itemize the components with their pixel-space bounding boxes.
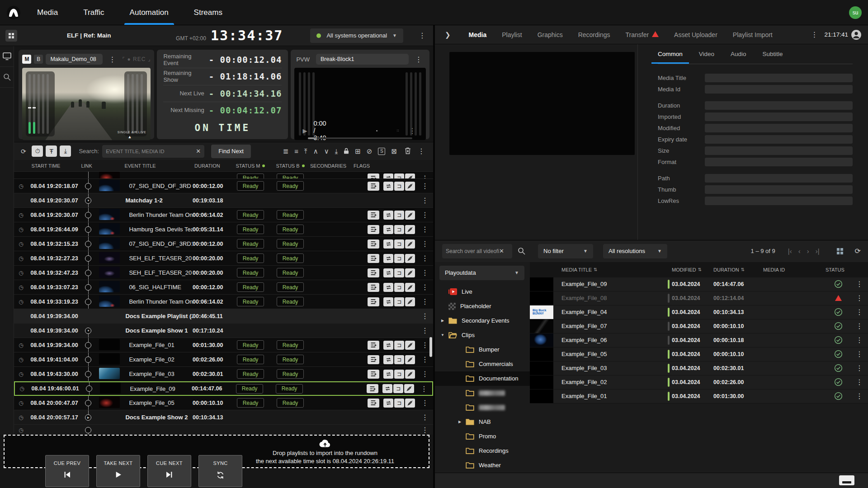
column-header-flags[interactable]: FLAGS — [354, 163, 417, 169]
column-header-status-b[interactable]: STATUS B — [270, 163, 310, 169]
transition-icon[interactable]: ⊐ — [394, 239, 404, 249]
column-header-status-m[interactable]: STATUS M — [231, 163, 270, 169]
pvw-kebab-menu[interactable]: ⋮ — [411, 55, 426, 64]
graphics-off-icon[interactable] — [405, 341, 415, 350]
column-header-event-title[interactable]: EVENT TITLE — [124, 163, 193, 169]
link-node-icon[interactable] — [85, 212, 91, 218]
move-up-icon[interactable]: ∧ — [313, 148, 318, 155]
secondaries-list-icon[interactable] — [368, 297, 379, 306]
media-row[interactable]: Example_File_0103.04.202400:01:30.00⋮ — [530, 389, 868, 404]
move-bottom-icon[interactable]: ⤓ — [335, 148, 338, 155]
transition-icon[interactable]: ⊐ — [394, 355, 404, 364]
link-node-icon[interactable] — [85, 427, 91, 433]
graphics-off-icon[interactable] — [405, 211, 415, 220]
media-row[interactable]: Example_File_0903.04.202400:14:47.06⋮ — [530, 277, 868, 291]
event-kebab-menu[interactable]: ⋮ — [417, 326, 433, 335]
secondaries-list-icon[interactable] — [367, 384, 378, 393]
program-video-preview[interactable]: SINGLE AIR LIVE ▲ — [22, 68, 151, 140]
link-node-icon[interactable] — [85, 400, 91, 406]
link-node-icon[interactable] — [85, 241, 91, 247]
link-node-icon[interactable] — [86, 385, 92, 392]
graphics-off-icon[interactable] — [404, 384, 414, 393]
secondaries-list-icon[interactable] — [368, 268, 379, 277]
link-node-icon[interactable] — [85, 226, 91, 233]
rundown-row[interactable]: ◷08.04 19:41:04.00Example_File_0200:02:2… — [14, 352, 433, 367]
event-kebab-menu[interactable]: ⋮ — [417, 297, 433, 306]
event-link-indicator[interactable] — [81, 222, 95, 236]
tab-asset-uploader[interactable]: Asset Uploader — [674, 31, 717, 38]
pvw-player-kebab[interactable]: ⋮ — [405, 127, 420, 135]
link-node-icon[interactable] — [85, 342, 91, 348]
event-kebab-menu[interactable]: ⋮ — [417, 283, 433, 291]
event-kebab-menu[interactable]: ⋮ — [417, 211, 433, 219]
system-status-dropdown[interactable]: All systems operational ▼ — [310, 28, 403, 43]
meta-tab-common[interactable]: Common — [658, 44, 683, 64]
tab-transfer[interactable]: Transfer — [625, 31, 659, 38]
search-icon[interactable] — [518, 247, 525, 255]
meta-field-size-input[interactable] — [705, 146, 853, 155]
tab-media[interactable]: Media — [469, 31, 487, 38]
graphics-off-icon[interactable] — [405, 174, 415, 179]
event-kebab-menu[interactable]: ⋮ — [417, 312, 433, 320]
tree-item-bumper[interactable]: Bumper — [435, 343, 530, 357]
media-row-kebab[interactable]: ⋮ — [851, 378, 868, 386]
remove-secondary-icon[interactable]: ≡ — [294, 148, 298, 155]
backup-channel-button[interactable]: B — [34, 55, 43, 64]
graphics-off-icon[interactable] — [405, 182, 415, 191]
loop-icon[interactable] — [383, 370, 393, 379]
loop-icon[interactable] — [383, 254, 393, 263]
secondaries-list-icon[interactable] — [368, 355, 379, 364]
rundown-row[interactable]: ◷08.04 19:33:19.23Berlin Thunder Team On… — [14, 295, 433, 309]
meta-field-media-title-input[interactable] — [705, 74, 853, 82]
meta-field-lowres-input[interactable] — [705, 197, 853, 205]
cue-next-button[interactable]: CUE NEXT — [147, 455, 191, 487]
tab-graphics[interactable]: Graphics — [538, 31, 563, 38]
refresh-icon[interactable]: ⟳ — [18, 145, 29, 157]
collapse-icon[interactable]: ▼ — [439, 333, 446, 337]
transition-icon[interactable]: ⊐ — [394, 182, 404, 191]
link-node-icon[interactable] — [85, 357, 91, 363]
expand-icon[interactable]: ▶ — [439, 319, 446, 323]
refresh-icon[interactable]: ⟳ — [855, 247, 861, 255]
tab-recordings[interactable]: Recordings — [578, 31, 610, 38]
tab-playlist-import[interactable]: Playlist Import — [733, 31, 773, 38]
rundown-row[interactable]: ◷08.04 19:43:30.00Example_File_0300:02:3… — [14, 367, 433, 381]
column-header-media-id[interactable]: MEDIA ID — [763, 267, 826, 272]
pvw-video-player[interactable]: ▶ 0:00 / 3:40 ⋮ — [294, 68, 426, 140]
rundown-row[interactable]: ◷08.04 19:32:47.23SEH_ELF_TEASER_20 Pla.… — [14, 266, 433, 280]
main-channel-button[interactable]: M — [22, 55, 31, 64]
graphics-off-icon[interactable] — [405, 355, 415, 364]
jump-top-icon[interactable]: Ŧ — [46, 145, 57, 157]
transition-icon[interactable]: ⊐ — [394, 225, 404, 234]
tree-item-weather[interactable]: Weather — [435, 458, 530, 473]
media-row-kebab[interactable]: ⋮ — [851, 350, 868, 358]
event-link-indicator[interactable] — [81, 396, 95, 410]
rundown-row[interactable]: ◷08.04 19:33:07.2306_SIG_HALFTIME00:00:1… — [14, 280, 433, 295]
toolbar-kebab-menu[interactable]: ⋮ — [414, 147, 429, 155]
grid-view-icon[interactable] — [837, 248, 843, 254]
graphics-off-icon[interactable] — [405, 297, 415, 306]
timer-off-icon[interactable]: ⏱ — [32, 145, 43, 157]
fullscreen-icon[interactable] — [397, 127, 399, 134]
transition-icon[interactable]: ⊐ — [394, 174, 404, 179]
transition-icon[interactable]: ⊐ — [394, 297, 404, 306]
rail-search-button[interactable] — [0, 67, 14, 88]
event-link-indicator[interactable] — [81, 251, 95, 265]
rundown-group-row[interactable]: ◷08.04 20:00:57.17▶Docs Example Show 200… — [14, 410, 433, 425]
event-link-indicator[interactable] — [81, 338, 95, 352]
user-avatar[interactable]: su — [849, 6, 862, 19]
event-kebab-menu[interactable]: ⋮ — [417, 196, 433, 205]
event-kebab-menu[interactable]: ⋮ — [417, 426, 433, 434]
event-kebab-menu[interactable]: ⋮ — [417, 413, 433, 422]
loop-icon[interactable] — [383, 268, 393, 277]
find-next-button[interactable]: Find Next — [211, 145, 251, 158]
media-row-kebab[interactable]: ⋮ — [851, 392, 868, 400]
secondaries-list-icon[interactable] — [368, 211, 379, 220]
column-header-duration[interactable]: DURATION⇅ — [713, 267, 763, 272]
link-node-icon[interactable] — [85, 299, 91, 305]
event-kebab-menu[interactable]: ⋮ — [416, 385, 432, 393]
column-header-modified[interactable]: MODIFIED⇅ — [672, 267, 713, 272]
collapse-group-icon[interactable]: ▼ — [85, 197, 91, 204]
pointer-off-icon[interactable]: ⊘ — [367, 148, 373, 155]
column-header-link[interactable]: LINK — [81, 163, 95, 169]
